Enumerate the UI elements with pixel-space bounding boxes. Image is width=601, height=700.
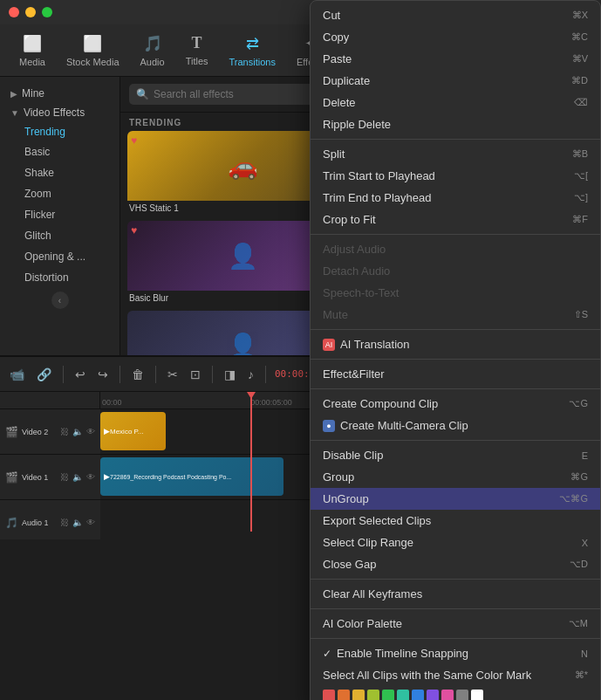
ctx-mute: Mute ⇧S xyxy=(311,304,600,326)
sidebar-item-basic[interactable]: Basic xyxy=(0,141,120,162)
track-mute-icon[interactable]: 🔈 xyxy=(72,427,83,436)
ctx-trim-end[interactable]: Trim End to Playhead ⌥] xyxy=(311,187,600,209)
ctx-select-range-label: Select Clip Range xyxy=(323,536,582,549)
sidebar-item-distortion[interactable]: Distortion xyxy=(0,267,120,288)
minimize-button[interactable] xyxy=(25,7,36,17)
swatch-lime[interactable] xyxy=(367,690,379,700)
toolbar-separator-3 xyxy=(155,366,156,383)
ctx-delete[interactable]: Delete ⌫ xyxy=(311,92,600,113)
collapse-button[interactable]: ‹ xyxy=(51,292,69,309)
sidebar-item-zoom[interactable]: Zoom xyxy=(0,183,120,204)
ctx-disable-clip[interactable]: Disable Clip E xyxy=(311,444,600,466)
ctx-split-shortcut: ⌘B xyxy=(572,148,588,160)
track-eye-icon[interactable]: 👁 xyxy=(86,427,95,436)
ctx-enable-snapping[interactable]: ✓ Enable Timeline Snapping N xyxy=(311,642,600,664)
video-effects-arrow-icon: ▼ xyxy=(10,108,19,118)
ctx-sep-4 xyxy=(311,359,600,360)
ctx-split[interactable]: Split ⌘B xyxy=(311,143,600,165)
track-mute-icon-a1[interactable]: 🔈 xyxy=(72,518,83,527)
track-mute-icon-v1[interactable]: 🔈 xyxy=(72,472,83,482)
clip-mexico-name: Mexico P... xyxy=(110,428,144,436)
sidebar-item-flicker[interactable]: Flicker xyxy=(0,204,120,225)
track-link-icon-a1[interactable]: ⛓ xyxy=(60,518,69,527)
ctx-cut[interactable]: Cut ⌘X xyxy=(311,4,600,26)
track-eye-icon-a1[interactable]: 👁 xyxy=(86,518,95,527)
transitions-icon: ⇄ xyxy=(246,34,259,53)
ctx-clear-keyframes[interactable]: Clear All Keyframes xyxy=(311,583,600,605)
cut-button[interactable]: ✂ xyxy=(165,365,181,384)
ruler-mark-5: 00:00:05:00 xyxy=(250,392,292,408)
ctx-copy[interactable]: Copy ⌘C xyxy=(311,26,600,48)
ctx-paste[interactable]: Paste ⌘V xyxy=(311,48,600,70)
ctx-trim-start[interactable]: Trim Start to Playhead ⌥[ xyxy=(311,165,600,187)
swatch-yellow[interactable] xyxy=(352,690,365,700)
video-track-icon: 📹 xyxy=(7,365,27,384)
swatch-white[interactable] xyxy=(471,690,483,700)
maximize-button[interactable] xyxy=(42,7,52,17)
close-button[interactable] xyxy=(9,7,19,17)
nav-audio-label: Audio xyxy=(140,57,165,67)
ctx-multicam-label: Create Multi-Camera Clip xyxy=(340,419,588,432)
clip-play-icon: ▶ xyxy=(104,427,110,436)
nav-transitions[interactable]: ⇄ Transitions xyxy=(219,29,286,72)
swatch-red[interactable] xyxy=(323,690,335,700)
ctx-sep-7 xyxy=(311,579,600,580)
undo-button[interactable]: ↩ xyxy=(72,365,88,384)
ctx-speech-to-text: Speech-to-Text xyxy=(311,282,600,304)
sidebar-item-shake[interactable]: Shake xyxy=(0,162,120,183)
ctx-ai-translation[interactable]: AI AI Translation xyxy=(311,333,600,355)
audio-sync-button[interactable]: ♪ xyxy=(245,365,256,384)
ctx-select-clip-range[interactable]: Select Clip Range X xyxy=(311,532,600,553)
ctx-ai-color[interactable]: AI Color Palette ⌥M xyxy=(311,613,600,635)
trim-button[interactable]: ⊡ xyxy=(188,365,203,384)
ctx-snapping-shortcut: N xyxy=(581,649,588,659)
ctx-compound-shortcut: ⌥G xyxy=(569,398,588,409)
track-link-icon-v1[interactable]: ⛓ xyxy=(60,472,69,482)
track-controls-video1: ⛓ 🔈 👁 xyxy=(60,472,95,482)
nav-media[interactable]: ⬜ Media xyxy=(9,29,56,72)
ctx-sep-2 xyxy=(311,234,600,235)
swatch-purple[interactable] xyxy=(427,690,439,700)
ctx-ungroup[interactable]: UnGroup ⌥⌘G xyxy=(311,488,600,510)
color-button[interactable]: ◨ xyxy=(222,365,238,384)
nav-audio[interactable]: 🎵 Audio xyxy=(130,29,175,72)
ctx-group[interactable]: Group ⌘G xyxy=(311,466,600,488)
swatch-green[interactable] xyxy=(382,690,394,700)
track-eye-icon-v1[interactable]: 👁 xyxy=(86,472,95,482)
ctx-compound-label: Create Compound Clip xyxy=(323,397,569,410)
track-controls-video2: ⛓ 🔈 👁 xyxy=(60,427,95,436)
sidebar-item-glitch[interactable]: Glitch xyxy=(0,225,120,246)
nav-media-label: Media xyxy=(19,57,45,67)
ctx-ripple-delete[interactable]: Ripple Delete xyxy=(311,113,600,135)
swatch-orange[interactable] xyxy=(338,690,350,700)
ctx-effect-filter[interactable]: Effect&Filter xyxy=(311,363,600,385)
ctx-create-multicam[interactable]: ● Create Multi-Camera Clip xyxy=(311,415,600,436)
sidebar-section-mine[interactable]: ▶ Mine xyxy=(0,84,120,103)
sidebar-item-opening[interactable]: Opening & ... xyxy=(0,246,120,267)
sidebar-section-video-effects[interactable]: ▼ Video Effects xyxy=(0,103,120,122)
ctx-export-selected[interactable]: Export Selected Clips xyxy=(311,510,600,532)
ctx-export-label: Export Selected Clips xyxy=(323,514,588,527)
swatch-gray[interactable] xyxy=(456,690,468,700)
swatch-teal[interactable] xyxy=(397,690,409,700)
ctx-close-gap[interactable]: Close Gap ⌥D xyxy=(311,553,600,575)
clip-video1[interactable]: ▶ 722869_Recording Podcast Podcasting Po… xyxy=(100,457,283,496)
ctx-create-compound[interactable]: Create Compound Clip ⌥G xyxy=(311,393,600,415)
sidebar-item-trending[interactable]: Trending xyxy=(0,122,120,141)
ctx-duplicate[interactable]: Duplicate ⌘D xyxy=(311,70,600,92)
heart-icon-vhs: ♥ xyxy=(131,134,137,147)
track-link-icon[interactable]: ⛓ xyxy=(60,427,69,436)
ctx-select-same-color[interactable]: Select All Clips with the Same Color Mar… xyxy=(311,664,600,686)
nav-titles[interactable]: T Titles xyxy=(175,29,219,72)
ctx-crop-to-fit[interactable]: Crop to Fit ⌘F xyxy=(311,209,600,230)
ctx-disable-label: Disable Clip xyxy=(323,449,582,462)
delete-button[interactable]: 🗑 xyxy=(129,365,147,384)
track-icon-film-v1: 🎬 xyxy=(5,471,18,484)
swatch-blue[interactable] xyxy=(412,690,424,700)
ctx-cut-label: Cut xyxy=(323,9,572,22)
ctx-paste-label: Paste xyxy=(323,52,572,65)
clip-mexico[interactable]: ▶ Mexico P... xyxy=(100,412,166,450)
redo-button[interactable]: ↪ xyxy=(95,365,111,384)
nav-stock-media[interactable]: ⬜ Stock Media xyxy=(56,29,130,72)
swatch-pink[interactable] xyxy=(441,690,454,700)
